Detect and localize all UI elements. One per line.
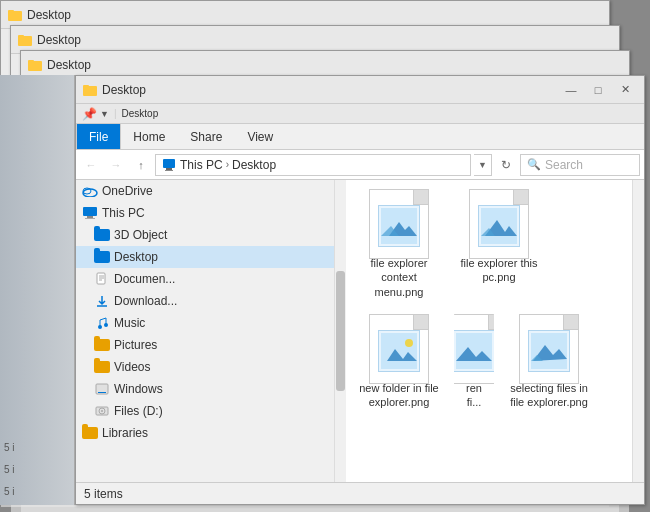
image-thumbnail-3 [381,333,417,369]
file-area: file explorer context menu.png [346,180,632,482]
music-icon [94,315,110,331]
quick-access-separator: | [114,108,117,119]
svg-rect-5 [28,60,34,63]
files-d-label: Files (D:) [114,404,163,418]
content-area: OneDrive This PC 3D Obje [76,180,644,482]
maximize-button[interactable]: □ [585,79,611,101]
nav-item-onedrive[interactable]: OneDrive [76,180,334,202]
side-items-3: 5 i [4,442,15,453]
nav-item-this-pc[interactable]: This PC [76,202,334,224]
folder-icon-2 [17,32,33,48]
quick-access-toolbar: 📌 ▼ | Desktop [76,104,644,124]
status-bar: 5 items [76,482,644,504]
svg-rect-24 [98,392,106,393]
image-thumbnail-1 [381,208,417,244]
tab-share[interactable]: Share [178,124,235,149]
downloads-label: Download... [114,294,177,308]
nav-item-windows[interactable]: Windows [76,378,334,400]
file-item-1[interactable]: file explorer context menu.png [354,188,444,303]
this-pc-label: This PC [102,206,145,220]
nav-item-files-d[interactable]: Files (D:) [76,400,334,422]
quick-access-desktop-label: Desktop [122,108,159,119]
title-3: Desktop [47,58,623,72]
svg-rect-9 [166,168,172,170]
pictures-icon [94,337,110,353]
nav-scrollbar[interactable] [334,180,346,482]
search-box[interactable]: 🔍 Search [520,154,640,176]
svg-rect-37 [456,333,492,369]
nav-item-videos[interactable]: Videos [76,356,334,378]
file-icon-5 [517,317,581,381]
title-bar-4: Desktop — □ ✕ [76,76,644,104]
file-name-4: ren fi... [458,381,490,410]
window-4: Desktop — □ ✕ 📌 ▼ | Desktop File Home Sh… [75,75,645,505]
explorer-icon [82,82,98,98]
title-2: Desktop [37,33,613,47]
downloads-icon [94,293,110,309]
breadcrumb-desktop: Desktop [232,158,276,172]
search-label: Search [545,158,583,172]
file-item-4[interactable]: ren fi... [454,313,494,414]
forward-button[interactable]: → [105,154,127,176]
side-items-2: 5 i [4,464,15,475]
close-button[interactable]: ✕ [612,79,638,101]
breadcrumb[interactable]: This PC › Desktop [155,154,471,176]
windows-label: Windows [114,382,163,396]
pc-icon [162,158,176,172]
side-strips: 5 i 5 i 5 i [0,75,75,505]
file-item-3[interactable]: new folder in file explorer.png [354,313,444,414]
svg-rect-3 [18,35,24,38]
image-thumbnail-5 [531,333,567,369]
minimize-button[interactable]: — [558,79,584,101]
svg-point-22 [104,323,108,327]
nav-item-music[interactable]: Music [76,312,334,334]
pictures-label: Pictures [114,338,157,352]
file-icon-3 [367,317,431,381]
quick-access-arrow[interactable]: ▼ [100,109,109,119]
nav-item-libraries[interactable]: Libraries [76,422,334,444]
tab-home[interactable]: Home [121,124,178,149]
svg-rect-34 [381,333,417,369]
title-1: Desktop [27,8,603,22]
svg-rect-7 [83,85,89,88]
right-scrollbar[interactable] [632,180,644,482]
nav-pane: OneDrive This PC 3D Obje [76,180,334,482]
file-name-3: new folder in file explorer.png [358,381,440,410]
breadcrumb-separator-1: › [226,159,229,170]
ribbon-tabs: File Home Share View [76,124,644,150]
file-name-2: file explorer this pc.png [458,256,540,285]
3d-objects-label: 3D Object [114,228,167,242]
up-button[interactable]: ↑ [130,154,152,176]
documents-icon [94,271,110,287]
tab-view[interactable]: View [235,124,286,149]
svg-rect-13 [83,207,97,216]
nav-item-3d-objects[interactable]: 3D Object [76,224,334,246]
window-title: Desktop [102,83,558,97]
nav-item-desktop[interactable]: Desktop [76,246,334,268]
folder-icon-1 [7,7,23,23]
svg-rect-10 [165,170,173,171]
libraries-label: Libraries [102,426,148,440]
svg-point-27 [101,410,103,412]
address-dropdown[interactable]: ▼ [474,154,492,176]
file-icon-1 [367,192,431,256]
nav-scroll-thumb[interactable] [336,271,345,392]
nav-item-documents[interactable]: Documen... [76,268,334,290]
side-items-1: 5 i [4,486,15,497]
breadcrumb-this-pc: This PC [180,158,223,172]
refresh-button[interactable]: ↻ [495,154,517,176]
libraries-icon [82,425,98,441]
desktop-folder-icon [94,249,110,265]
3d-objects-icon [94,227,110,243]
folder-icon-3 [27,57,43,73]
file-item-2[interactable]: file explorer this pc.png [454,188,544,289]
address-bar: ← → ↑ This PC › Desktop [76,150,644,180]
file-item-5[interactable]: selecting files in file explorer.png [504,313,594,414]
back-button[interactable]: ← [80,154,102,176]
desktop-label: Desktop [114,250,158,264]
file-icon-4 [454,317,494,381]
nav-item-downloads[interactable]: Download... [76,290,334,312]
quick-access-pin[interactable]: 📌 [82,107,97,121]
nav-item-pictures[interactable]: Pictures [76,334,334,356]
tab-file[interactable]: File [76,124,121,149]
